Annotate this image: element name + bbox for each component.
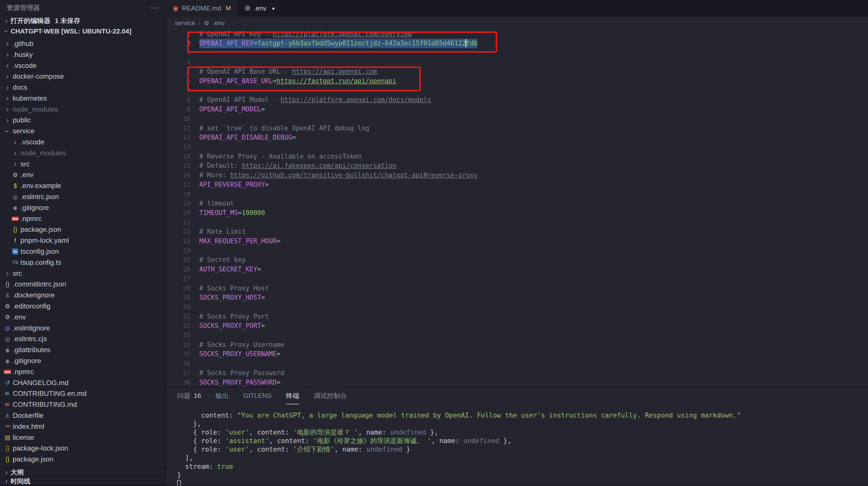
code-line-8[interactable]: 8# OpenAI API Model - https://platform.o… [166, 95, 868, 105]
file-item-.editorconfig[interactable]: ⚙.editorconfig [0, 301, 165, 312]
code-text: AUTH_SECRET_KEY= [199, 265, 261, 274]
breadcrumb-folder[interactable]: service [175, 20, 195, 27]
file-item-package.json[interactable]: {}package.json [0, 454, 165, 465]
code-token: = [292, 134, 296, 141]
code-line-1[interactable]: 1# OpenAI API Key - https://platform.ope… [166, 29, 868, 39]
terminal-tab[interactable]: 终端 [286, 388, 299, 404]
code-line-7[interactable]: 7 [166, 86, 868, 95]
file-item-.env.example[interactable]: $.env.example [0, 180, 165, 191]
file-item-.npmrc[interactable]: npm.npmrc [0, 366, 165, 377]
code-line-17[interactable]: 17API_REVERSE_PROXY= [166, 180, 868, 190]
folder-item-docs[interactable]: ›docs [0, 82, 165, 93]
file-item-license[interactable]: ▤license [0, 432, 165, 443]
folder-item-node_modules[interactable]: ›node_modules [0, 148, 165, 159]
tab-README.md[interactable]: ◉README.mdM [166, 0, 238, 17]
folder-item-.vscode[interactable]: ›.vscode [0, 60, 165, 71]
file-item-.dockerignore[interactable]: ⚓.dockerignore [0, 290, 165, 301]
code-line-32[interactable]: 32SOCKS_PROXY_PORT= [166, 321, 868, 331]
code-line-18[interactable]: 18 [166, 190, 868, 199]
code-line-4[interactable]: 4 [166, 58, 868, 67]
code-line-29[interactable]: 29SOCKS_PROXY_HOST= [166, 293, 868, 303]
project-root-section[interactable]: › CHATGPT-WEB [WSL: UBUNTU-22.04] [0, 26, 165, 36]
file-item-tsconfig.json[interactable]: tstsconfig.json [0, 246, 165, 257]
file-item-package.json[interactable]: {}package.json [0, 224, 165, 235]
code-line-26[interactable]: 26AUTH_SECRET_KEY= [166, 265, 868, 274]
file-item-CONTRIBUTING.en.md[interactable]: M↓CONTRIBUTING.en.md [0, 388, 165, 399]
code-line-16[interactable]: 16# More: https://github.com/transitive-… [166, 171, 868, 180]
file-item-.env[interactable]: ⚙.env [0, 312, 165, 323]
more-actions-icon[interactable]: ⋯ [151, 3, 159, 12]
code-line-15[interactable]: 15# Default: https://ai.fakeopen.com/api… [166, 161, 868, 171]
code-line-11[interactable]: 11# set `true` to disable OpenAI API deb… [166, 124, 868, 133]
code-line-25[interactable]: 25# Secret key [166, 255, 868, 265]
code-line-33[interactable]: 33 [166, 331, 868, 340]
file-item-.gitignore[interactable]: ◈.gitignore [0, 202, 165, 213]
line-number: 12 [166, 133, 190, 142]
file-item-package-lock.json[interactable]: {}package-lock.json [0, 443, 165, 454]
code-line-23[interactable]: 23MAX_REQUEST_PER_HOUR= [166, 236, 868, 246]
folder-item-.vscode[interactable]: ›.vscode [0, 137, 165, 148]
timeline-section[interactable]: › 时间线 [0, 477, 165, 486]
code-line-5[interactable]: 5# OpenAI API Base URL - https://api.ope… [166, 67, 868, 77]
code-line-9[interactable]: 9OPENAI_API_MODEL= [166, 105, 868, 114]
folder-item-node_modules[interactable]: ›node_modules [0, 104, 165, 115]
folder-item-kubernetes[interactable]: ›kubernetes [0, 93, 165, 104]
line-number: 17 [166, 180, 190, 190]
file-item-.npmrc[interactable]: npm.npmrc [0, 213, 165, 224]
code-line-20[interactable]: 20TIMEOUT_MS=100000 [166, 208, 868, 218]
folder-item-public[interactable]: ›public [0, 115, 165, 126]
file-item-pnpm-lock.yaml[interactable]: !pnpm-lock.yaml [0, 235, 165, 246]
folder-item-src[interactable]: ›src [0, 159, 165, 170]
code-line-38[interactable]: 38SOCKS_PROXY_PASSWORD= [166, 378, 868, 388]
code-line-37[interactable]: 37# Socks Proxy Password [166, 368, 868, 378]
code-line-12[interactable]: 12OPENAI_API_DISABLE_DEBUG= [166, 133, 868, 142]
code-line-2[interactable]: 2OPENAI_API_KEY=fastgpt-y6b3axfbdd5wyp01… [166, 39, 868, 48]
code-token: # Default: [199, 162, 242, 169]
file-item-index.html[interactable]: <>index.html [0, 421, 165, 432]
file-item-.eslintignore[interactable]: ◎.eslintignore [0, 323, 165, 334]
code-line-34[interactable]: 34# Socks Proxy Username [166, 340, 868, 350]
gitlens-tab[interactable]: GITLENS [243, 388, 272, 404]
tab-.env[interactable]: ⚙.env● [238, 0, 282, 17]
code-line-19[interactable]: 19# timeout [166, 199, 868, 208]
code-line-36[interactable]: 36 [166, 359, 868, 368]
code-line-3[interactable]: 3 [166, 48, 868, 58]
code-line-21[interactable]: 21 [166, 218, 868, 227]
code-line-35[interactable]: 35SOCKS_PROXY_USERNAME= [166, 349, 868, 359]
file-item-CONTRIBUTING.md[interactable]: M↓CONTRIBUTING.md [0, 399, 165, 410]
code-line-31[interactable]: 31# Socks Proxy Port [166, 312, 868, 321]
folder-item-service[interactable]: ›service [0, 125, 165, 137]
file-item-tsup.config.ts[interactable]: TStsup.config.ts [0, 257, 165, 268]
code-line-6[interactable]: 6OPENAI_API_BASE_URL=https://fastgpt.run… [166, 77, 868, 86]
output-tab[interactable]: 输出 [216, 388, 229, 404]
breadcrumb-file[interactable]: .env [213, 20, 225, 27]
code-editor[interactable]: 1# OpenAI API Key - https://platform.ope… [166, 29, 868, 388]
file-item-.eslintrc.cjs[interactable]: ◎.eslintrc.cjs [0, 334, 165, 345]
code-line-13[interactable]: 13 [166, 142, 868, 152]
code-line-27[interactable]: 27 [166, 274, 868, 284]
folder-item-src[interactable]: ›src [0, 268, 165, 279]
code-line-14[interactable]: 14# Reverse Proxy - Available on accessT… [166, 152, 868, 161]
file-item-Dockerfile[interactable]: ⚓Dockerfile [0, 410, 165, 421]
code-token: = [253, 39, 257, 47]
outline-section[interactable]: › 大纲 [0, 468, 165, 477]
file-item-CHANGELOG.md[interactable]: ↺CHANGELOG.md [0, 377, 165, 388]
file-item-.gitignore[interactable]: ◈.gitignore [0, 355, 165, 366]
file-item-.eslintrc.json[interactable]: ◎.eslintrc.json [0, 191, 165, 202]
file-tree-label: .vscode [13, 62, 37, 70]
open-editors-section[interactable]: › 打开的编辑器 1 未保存 [0, 16, 165, 26]
file-item-.commitlintrc.json[interactable]: {}.commitlintrc.json [0, 279, 165, 290]
terminal[interactable]: content: "You are ChatGPT, a large langu… [166, 404, 868, 486]
code-line-30[interactable]: 30 [166, 303, 868, 312]
code-line-10[interactable]: 10 [166, 114, 868, 124]
folder-item-.husky[interactable]: ›.husky [0, 49, 165, 60]
file-item-.env[interactable]: ⚙.env [0, 170, 165, 180]
code-line-28[interactable]: 28# Socks Proxy Host [166, 284, 868, 293]
folder-item-.github[interactable]: ›.github [0, 38, 165, 49]
file-item-.gitattributes[interactable]: ◈.gitattributes [0, 344, 165, 355]
code-line-24[interactable]: 24 [166, 246, 868, 256]
folder-item-docker-compose[interactable]: ›docker-compose [0, 71, 165, 82]
code-line-22[interactable]: 22# Rate Limit [166, 227, 868, 236]
problems-tab[interactable]: 问题16 [177, 388, 201, 404]
debug-console-tab[interactable]: 调试控制台 [314, 388, 347, 404]
